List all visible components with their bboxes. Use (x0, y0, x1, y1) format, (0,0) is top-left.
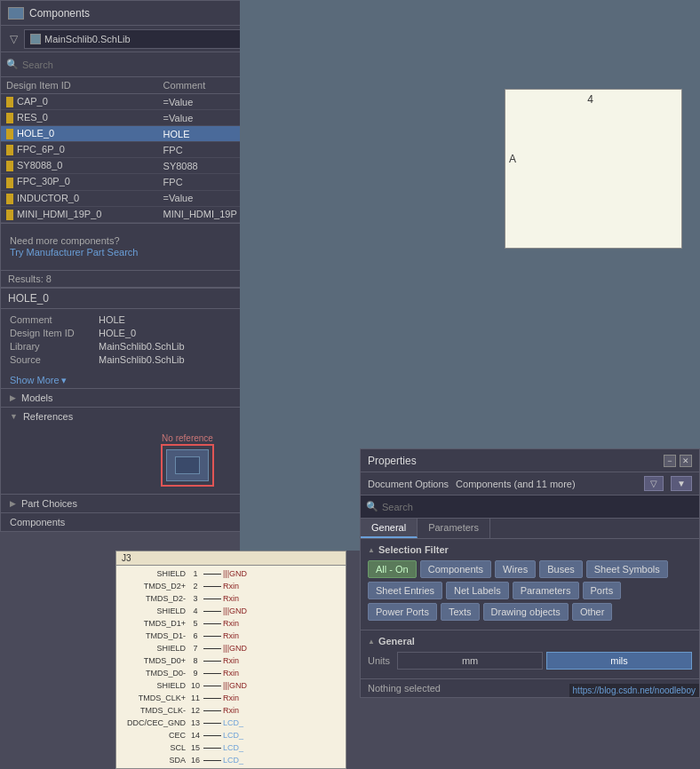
parameters-filter-button[interactable]: Parameters (513, 582, 579, 599)
properties-pin-button[interactable]: − (664, 455, 676, 467)
detail-title: HOLE_0 (8, 292, 49, 305)
show-more-label: Show More (10, 375, 60, 385)
tab-parameters[interactable]: Parameters (418, 519, 490, 538)
components-filter-button[interactable]: Components (420, 560, 491, 578)
pin-num: 11 (189, 694, 202, 702)
pin-row: TMDS_D0+ 8 Rxin (118, 654, 344, 667)
references-expand-icon: ▼ (10, 412, 18, 421)
pin-row: TMDS_D2+ 2 Rxin (118, 580, 344, 592)
mfr-search-link[interactable]: Try Manufacturer Part Search (10, 247, 138, 258)
library-icon (30, 34, 41, 44)
properties-close-button[interactable]: ✕ (680, 455, 692, 467)
pin-name: TMDS_CLK+ (118, 694, 189, 702)
row-id: INDUCTOR_0 (1, 190, 158, 206)
rx-label: Rxin (223, 694, 239, 702)
row-id: HOLE_0 (1, 126, 158, 142)
pin-row: SHIELD 7 |||GND (118, 642, 344, 654)
no-reference-inner-icon (175, 456, 200, 474)
pin-num: 1 (189, 569, 202, 578)
mils-unit-button[interactable]: mils (546, 652, 692, 670)
col-header-id: Design Item ID (1, 77, 158, 94)
pin-line (203, 748, 221, 749)
titlebar-left: Components (8, 7, 90, 20)
general-section: General Units mm mils (361, 630, 699, 678)
buses-filter-button[interactable]: Buses (539, 560, 583, 578)
detail-comment-label: Comment (10, 314, 99, 325)
document-options-row: Document Options Components (and 11 more… (361, 472, 699, 495)
pin-num: 9 (189, 669, 202, 678)
rx-label: Rxin (223, 706, 239, 715)
pin-line (203, 735, 221, 736)
filter-icon-btn: ▽ (650, 479, 657, 488)
pin-name: TMDS_D0+ (118, 656, 189, 665)
rx-label: Rxin (223, 631, 239, 640)
pin-num: 5 (189, 619, 202, 628)
references-label: References (23, 411, 73, 422)
no-reference-label: No reference (161, 432, 214, 444)
tab-general[interactable]: General (361, 519, 418, 538)
net-labels-filter-button[interactable]: Net Labels (446, 582, 509, 599)
filter-icon[interactable]: ▽ (6, 32, 20, 46)
texts-filter-button[interactable]: Texts (441, 603, 480, 621)
units-options: mm mils (397, 652, 692, 670)
drawing-objects-filter-button[interactable]: Drawing objects (483, 603, 569, 621)
rx-label: Rxin (223, 619, 239, 628)
detail-id-label: Design Item ID (10, 328, 99, 338)
detail-comment-value: HOLE (99, 314, 125, 325)
pin-line (203, 648, 221, 649)
mm-unit-button[interactable]: mm (397, 652, 543, 670)
schematic-pins: SHIELD 1 |||GND TMDS_D2+ 2 Rxin TMDS_D2-… (116, 566, 346, 768)
ports-filter-button[interactable]: Ports (583, 582, 622, 599)
pin-line (203, 611, 221, 612)
pin-row: TMDS_D0- 9 Rxin (118, 667, 344, 679)
pin-row: DDC/CEC_GND 13 LCD_ (118, 717, 344, 729)
properties-title-buttons: − ✕ (664, 455, 692, 467)
pin-line (203, 623, 221, 624)
pin-name: SHIELD (118, 644, 189, 653)
pin-row: TMDS_D1- 6 Rxin (118, 630, 344, 642)
sheet-col-4: 4 (587, 93, 593, 106)
website-link: https://blog.csdn.net/noodleboy (569, 684, 699, 697)
pin-line (203, 698, 221, 699)
pin-num: 6 (189, 631, 202, 640)
pin-num: 10 (189, 681, 202, 690)
part-choices-label: Part Choices (21, 498, 77, 509)
pin-num: 8 (189, 656, 202, 665)
power-ports-filter-button[interactable]: Power Ports (368, 603, 437, 621)
properties-search-input[interactable] (382, 502, 694, 512)
rx-label: Rxin (223, 669, 239, 678)
document-options-label: Document Options (368, 479, 449, 489)
components-bottom-label: Components (10, 517, 65, 527)
pin-name: TMDS_CLK- (118, 706, 189, 715)
pin-name: TMDS_D0- (118, 669, 189, 678)
sheet-entries-filter-button[interactable]: Sheet Entries (368, 582, 442, 599)
pin-row: TMDS_D1+ 5 Rxin (118, 617, 344, 630)
pin-line (203, 574, 221, 575)
selection-filter-title: Selection Filter (368, 544, 692, 555)
wires-filter-button[interactable]: Wires (495, 560, 536, 578)
rx-label: Rxin (223, 582, 239, 591)
pin-num: 2 (189, 582, 202, 591)
pin-num: 13 (189, 718, 202, 727)
lcd-label: LCD_ (223, 731, 243, 740)
sheet-symbols-filter-button[interactable]: Sheet Symbols (586, 560, 668, 578)
detail-source-label: Source (10, 354, 99, 365)
pin-row: SHIELD 4 |||GND (118, 605, 344, 617)
row-id: MINI_HDMI_19P_0 (1, 206, 158, 222)
filter-button[interactable]: ▽ (644, 476, 664, 491)
units-row: Units mm mils (368, 652, 692, 670)
pin-row: TMDS_D2- 3 Rxin (118, 592, 344, 605)
sheet-border: 4 A (505, 89, 682, 249)
other-filter-button[interactable]: Other (572, 603, 613, 621)
pin-name: TMDS_D1- (118, 631, 189, 640)
pin-name: TMDS_D2- (118, 594, 189, 603)
pin-num: 16 (189, 756, 202, 765)
gnd-label: |||GND (223, 606, 247, 615)
pin-name: SHIELD (118, 606, 189, 615)
dropdown-button[interactable]: ▼ (671, 476, 692, 491)
dropdown-icon: ▼ (677, 479, 686, 488)
pin-name: TMDS_D2+ (118, 582, 189, 591)
all-on-button[interactable]: All - On (368, 560, 417, 578)
detail-library-label: Library (10, 341, 99, 352)
panel-title: Components (29, 7, 90, 20)
